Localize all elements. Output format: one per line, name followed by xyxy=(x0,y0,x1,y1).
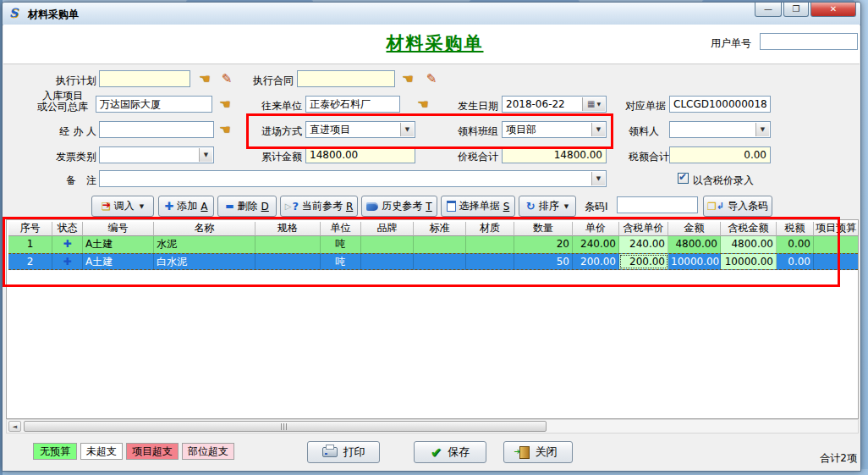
close-icon: ✕ xyxy=(830,4,837,14)
project-input[interactable]: 万达国际大厦 xyxy=(96,96,212,113)
col-header: 单价 xyxy=(573,222,619,236)
print-button[interactable]: 打印 xyxy=(307,441,380,463)
focused-cell[interactable]: 200.00 xyxy=(619,254,668,269)
window-titlebar[interactable]: S 材料采购单 — ❐ ✕ xyxy=(3,3,860,25)
maximize-icon: ❐ xyxy=(793,4,800,14)
ref-doc-label: 对应单据 xyxy=(617,97,666,114)
scroll-left-button[interactable]: ◄ xyxy=(8,421,21,432)
team-label: 领料班组 xyxy=(449,123,498,140)
row-status-plus-icon: ✚ xyxy=(52,254,83,269)
legend-no-budget: 无预算 xyxy=(33,443,77,460)
col-header: 品牌 xyxy=(361,222,414,236)
pencil-edit-icon[interactable]: ✎ xyxy=(422,70,441,87)
handler-label: 经 办 人 xyxy=(47,123,96,140)
add-row-button[interactable]: ✚ 添加A xyxy=(158,196,214,217)
pencil-edit-icon[interactable]: ✎ xyxy=(217,70,236,87)
hand-picker-icon[interactable]: ☚ xyxy=(195,70,214,87)
cum-amount-field: 14800.00 xyxy=(305,146,415,163)
hand-picker-icon[interactable]: ☚ xyxy=(414,96,432,113)
col-header: 金额 xyxy=(668,222,721,236)
load-in-button[interactable]: ❏ ➔ 调入 ▼ xyxy=(91,196,154,217)
history-reference-button[interactable]: 历史参考T xyxy=(361,196,437,217)
col-header: 含税金额 xyxy=(721,222,777,236)
user-no-label: 用户单号 xyxy=(711,35,751,52)
minus-icon: ▬ xyxy=(225,201,233,212)
col-header: 名称 xyxy=(154,222,255,236)
chevron-down-icon[interactable]: ▼ xyxy=(591,123,605,136)
table-row-selected[interactable]: 2 ✚ A土建 白水泥 吨 50 200.00 200.00 10000.00 … xyxy=(8,253,858,270)
close-button[interactable]: ✕ xyxy=(810,3,856,17)
minimize-button[interactable]: — xyxy=(755,3,782,17)
scrollbar-grip xyxy=(281,423,288,430)
import-barcode-button[interactable]: ❐ ↲ 导入条码 xyxy=(703,196,772,217)
date-input[interactable]: 2018-06-22 ▦ ▼ xyxy=(502,96,607,113)
date-label: 发生日期 xyxy=(449,97,498,114)
exec-plan-label: 执行计划 xyxy=(47,72,96,89)
chevron-down-icon[interactable]: ▼ xyxy=(755,123,769,136)
chevron-down-icon: ▼ xyxy=(564,203,569,210)
chevron-down-icon[interactable]: ▼ xyxy=(591,172,605,185)
exec-contract-input[interactable] xyxy=(297,70,395,87)
table-row[interactable]: 1 ✚ A土建 水泥 吨 20 240.00 240.00 4800.00 48… xyxy=(8,236,858,253)
entry-mode-label: 进场方式 xyxy=(253,123,302,140)
barcode-label: 条码I xyxy=(585,198,615,215)
tax-total-label: 税额合计 xyxy=(620,148,669,165)
barcode-input[interactable] xyxy=(617,196,698,213)
chevron-down-icon[interactable]: ▼ xyxy=(199,148,212,162)
sort-button[interactable]: ↻ 排序 ▼ xyxy=(519,196,576,217)
invoice-type-select[interactable]: ▼ xyxy=(99,146,214,163)
col-header: 序号 xyxy=(8,222,52,236)
exec-contract-label: 执行合同 xyxy=(244,72,294,89)
picker-select[interactable]: ▼ xyxy=(669,121,771,138)
app-logo-icon: S xyxy=(9,6,23,19)
scrollbar-thumb[interactable] xyxy=(24,421,547,432)
select-document-button[interactable]: 选择单据S xyxy=(441,196,515,217)
total-count: 合计2项 xyxy=(781,451,857,466)
calendar-dropdown-button[interactable]: ▦ ▼ xyxy=(582,97,605,111)
items-table: 序号 状态 编号 名称 规格 单位 品牌 标准 材质 数量 单价 含税单价 金额… xyxy=(6,219,859,419)
user-no-input[interactable] xyxy=(760,33,858,50)
col-header: 项目预算 xyxy=(814,222,858,236)
horizontal-scrollbar[interactable]: ◄ xyxy=(6,419,859,434)
tax-included-checkbox[interactable]: ✔ xyxy=(678,173,689,184)
tax-included-label: 以含税价录入 xyxy=(693,172,754,189)
remark-label: 备 注 xyxy=(47,172,96,189)
col-header: 编号 xyxy=(83,222,154,236)
col-header: 含税单价 xyxy=(619,222,668,236)
picker-label: 领料人 xyxy=(620,123,659,140)
legend-project-over: 项目超支 xyxy=(126,443,179,460)
hand-picker-icon[interactable]: ☚ xyxy=(216,121,234,138)
close-form-button[interactable]: 关闭 xyxy=(503,441,573,463)
vendor-input[interactable]: 正泰砂石料厂 xyxy=(305,96,400,113)
invoice-type-label: 发票类别 xyxy=(47,148,96,165)
page-title: 材料采购单 xyxy=(342,31,528,55)
question-icon: ? xyxy=(292,200,299,213)
col-header: 材质 xyxy=(466,222,514,236)
ref-doc-input[interactable]: CLCGD100000018 xyxy=(669,96,771,113)
window-title: 材料采购单 xyxy=(28,8,79,22)
hand-picker-icon[interactable]: ☚ xyxy=(216,96,234,113)
col-header: 规格 xyxy=(255,222,321,236)
project-label: 入库项目 或公司总库 xyxy=(33,91,92,108)
delete-row-button[interactable]: ▬ 删除D xyxy=(217,196,277,217)
remark-combobox[interactable]: ▼ xyxy=(99,170,607,187)
chevron-down-icon[interactable]: ▼ xyxy=(400,123,414,136)
legend-not-over: 未超支 xyxy=(80,443,123,460)
plus-icon: ✚ xyxy=(164,200,173,213)
cum-amount-label: 累计金额 xyxy=(253,148,302,165)
entry-mode-select[interactable]: 直进项目 ▼ xyxy=(305,121,415,138)
hand-picker-icon[interactable]: ☚ xyxy=(398,70,417,87)
col-header: 状态 xyxy=(52,222,83,236)
sort-icon: ↻ xyxy=(526,200,536,213)
checkmark-icon: ✔ xyxy=(678,171,687,183)
calendar-icon: ▦ xyxy=(587,97,595,112)
maximize-button[interactable]: ❐ xyxy=(783,3,809,17)
form-header: 材料采购单 用户单号 xyxy=(3,25,860,64)
current-reference-button[interactable]: ▷ ? 当前参考R xyxy=(280,196,358,217)
team-select[interactable]: 项目部 ▼ xyxy=(502,121,607,138)
handler-input[interactable] xyxy=(99,121,214,138)
minimize-icon: — xyxy=(764,4,772,14)
save-button[interactable]: ✔ 保存 xyxy=(414,441,486,463)
exec-plan-input[interactable] xyxy=(99,70,190,87)
col-header: 数量 xyxy=(514,222,573,236)
